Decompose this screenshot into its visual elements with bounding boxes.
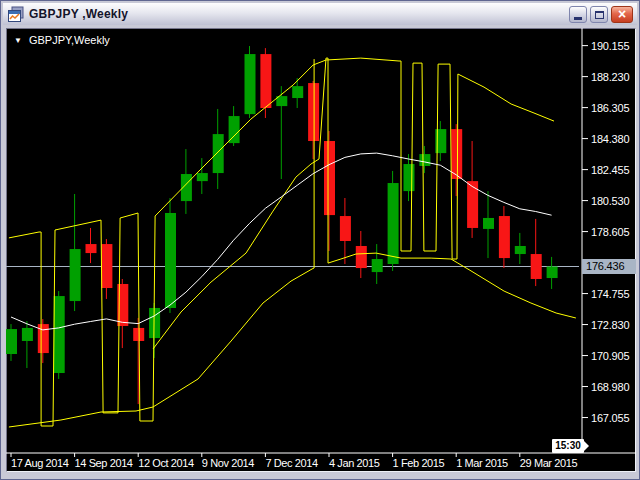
time-tick-label: 9 Nov 2014 [202, 457, 254, 469]
current-price-box: 176.436 [582, 259, 636, 274]
time-axis[interactable]: 17 Aug 201414 Sep 201412 Oct 20149 Nov 2… [1, 1, 640, 480]
candle-countdown-box: 15:30 [552, 439, 584, 453]
time-tick-label: 4 Jan 2015 [329, 457, 379, 469]
time-tick-label: 1 Mar 2015 [456, 457, 508, 469]
time-tick-label: 1 Feb 2015 [393, 457, 445, 469]
time-tick-label: 14 Sep 2014 [75, 457, 133, 469]
time-tick-label: 7 Dec 2014 [265, 457, 317, 469]
time-tick-label: 12 Oct 2014 [138, 457, 194, 469]
time-tick-label: 29 Mar 2015 [520, 457, 577, 469]
mt4-chart-window: GBPJPY ,Weekly × ▼ GBPJPY,Weekly 190.155… [0, 0, 640, 480]
time-tick-label: 17 Aug 2014 [11, 457, 68, 469]
